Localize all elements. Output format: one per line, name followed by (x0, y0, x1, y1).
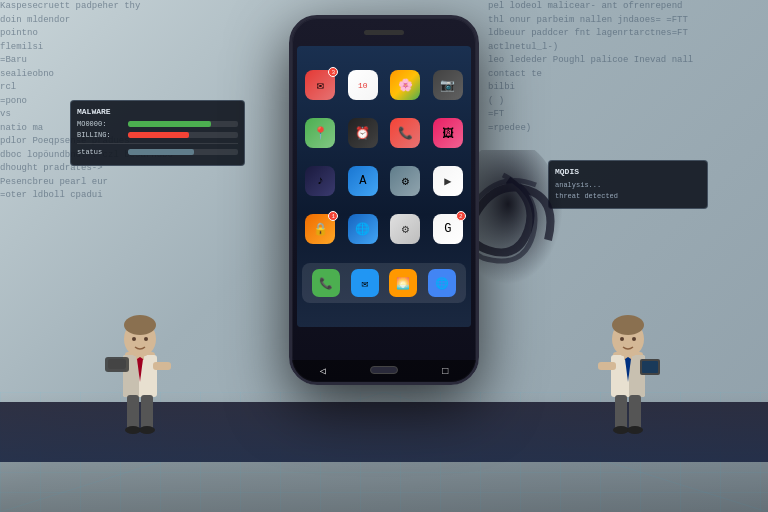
app-icon-img-2: 🌸 (390, 70, 420, 100)
character-left (100, 297, 180, 457)
svg-point-25 (620, 337, 624, 341)
phone-speaker (364, 30, 404, 35)
svg-rect-15 (153, 362, 171, 370)
dock-icon-1: ✉ (351, 269, 379, 297)
svg-point-19 (139, 426, 155, 434)
svg-rect-14 (105, 357, 129, 372)
dock-icon-3: 🌐 (428, 269, 456, 297)
dock-icon-2: 🌅 (389, 269, 417, 297)
popup-row-label: MO0000: (77, 120, 122, 128)
svg-point-26 (632, 337, 636, 341)
svg-point-35 (627, 426, 643, 434)
app-icon-img-15: G2 (433, 214, 463, 244)
popup-row-label-2: BILLING: (77, 131, 122, 139)
popup-left-title: MALWARE (77, 107, 238, 116)
app-icon-img-9: A (348, 166, 378, 196)
app-icon-img-12: 🔒1 (305, 214, 335, 244)
popup-bar-1 (128, 121, 238, 127)
svg-rect-30 (642, 361, 658, 373)
phone-bottom-button (370, 366, 398, 374)
popup-row-label-3: status (77, 148, 122, 156)
character-right (588, 297, 668, 457)
app-icon-img-8: ♪ (305, 166, 335, 196)
popup-left: MALWARE MO0000: BILLING: status (70, 100, 245, 166)
app-icon-img-3: 📷 (433, 70, 463, 100)
phone-dock: 📞✉🌅🌐 (302, 263, 466, 303)
svg-rect-33 (629, 395, 641, 430)
app-icon-img-6: 📞 (390, 118, 420, 148)
popup-left-row-1: MO0000: (77, 120, 238, 128)
svg-rect-31 (598, 362, 616, 370)
popup-bar-fill-3 (128, 149, 194, 155)
svg-point-34 (613, 426, 629, 434)
svg-point-8 (132, 337, 136, 341)
svg-point-24 (612, 315, 644, 335)
nav-recent: □ (442, 366, 448, 377)
app-icon-img-7: 🖼 (433, 118, 463, 148)
popup-bar-2 (128, 132, 238, 138)
popup-right: MQDIS analysis... threat detected (548, 160, 708, 209)
dock-icon-0: 📞 (312, 269, 340, 297)
popup-right-content: analysis... threat detected (555, 180, 701, 202)
popup-left-row-2: BILLING: (77, 131, 238, 139)
phone: 10:45 ▲▲▲ ◈ ▮ ✉3Mail10Calendar🌸Photos📷Ca… (289, 15, 479, 385)
svg-rect-17 (141, 395, 153, 430)
app-icon-img-1: 10 (348, 70, 378, 100)
app-icon-img-0: ✉3 (305, 70, 335, 100)
popup-left-row-3: status (77, 148, 238, 156)
app-icon-img-14: ⚙ (390, 214, 420, 244)
character-left-svg (100, 297, 180, 457)
popup-bar-fill-2 (128, 132, 189, 138)
popup-bar-3 (128, 149, 238, 155)
app-badge: 2 (456, 211, 466, 221)
popup-bar-fill-1 (128, 121, 211, 127)
app-icon-img-10: ⚙ (390, 166, 420, 196)
svg-rect-32 (615, 395, 627, 430)
svg-point-18 (125, 426, 141, 434)
app-icon-img-13: 🌐 (348, 214, 378, 244)
app-icon-img-5: ⏰ (348, 118, 378, 148)
svg-point-9 (144, 337, 148, 341)
popup-separator (77, 143, 238, 144)
popup-right-title: MQDIS (555, 167, 701, 176)
svg-rect-16 (127, 395, 139, 430)
nav-back: ◁ (320, 365, 326, 377)
phone-screen: 10:45 ▲▲▲ ◈ ▮ ✉3Mail10Calendar🌸Photos📷Ca… (297, 46, 471, 327)
background: Kaspesecruett padpeher thy doin mldendor… (0, 0, 768, 512)
app-icon-img-4: 📍 (305, 118, 335, 148)
svg-point-7 (124, 315, 156, 335)
character-right-svg (588, 297, 668, 457)
app-icon-img-11: ▶ (433, 166, 463, 196)
